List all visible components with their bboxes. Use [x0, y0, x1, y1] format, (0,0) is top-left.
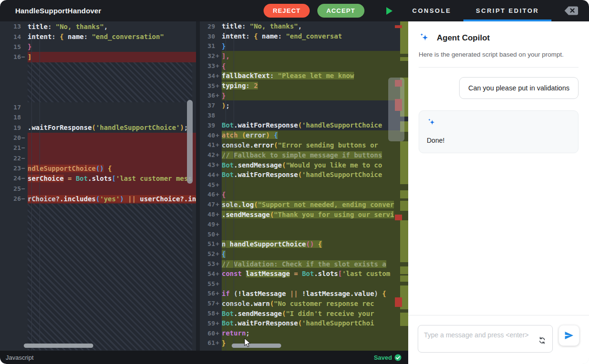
line-number: 47 [200, 201, 215, 208]
code-line: 35+ typing: 2 [200, 81, 408, 91]
ruler-green-mark [400, 275, 408, 282]
backspace-icon[interactable] [564, 6, 579, 16]
line-number: 35 [200, 82, 215, 89]
language-label: Javascript [6, 354, 34, 361]
line-number: 20 [0, 134, 21, 141]
script-title: HandleSupportHandover [15, 7, 101, 15]
line-number: 59 [200, 320, 215, 327]
code-line: 46+{ [200, 190, 408, 200]
accept-button[interactable]: ACCEPT [317, 4, 364, 18]
line-number: 30 [200, 33, 215, 40]
play-icon[interactable] [386, 7, 393, 15]
ruler-green-mark [400, 141, 408, 184]
status-bar: Javascript Saved [0, 351, 408, 364]
horizontal-scrollbar[interactable] [232, 344, 281, 348]
diff-panel-original[interactable]: 13 title: "No, thanks",14 intent: { name… [0, 21, 196, 351]
indent-guide [234, 21, 234, 351]
line-number: 15 [0, 43, 21, 50]
line-number: 24 [0, 175, 21, 182]
saved-status: Saved [374, 354, 402, 361]
vertical-scrollbar[interactable] [388, 78, 404, 141]
collapsed-region [28, 204, 192, 350]
sparkle-icon [419, 32, 431, 44]
line-number: 17 [0, 104, 21, 111]
reject-button[interactable]: REJECT [264, 4, 310, 18]
diff-overview-ruler [399, 21, 408, 351]
line-number: 36 [200, 92, 215, 99]
ruler-green-mark [400, 266, 408, 274]
line-number: 52 [200, 250, 215, 257]
copilot-subtitle: Here is the generated script based on yo… [419, 50, 579, 68]
indent-guide [226, 21, 226, 351]
check-icon [394, 354, 402, 361]
line-number: 25 [0, 185, 21, 192]
code-line: 17 [0, 102, 196, 112]
code-line: 18 [0, 112, 196, 122]
line-number: 43 [200, 161, 215, 168]
refresh-icon[interactable] [538, 336, 547, 347]
line-number: 49 [200, 221, 215, 228]
ruler-green-mark [400, 190, 408, 198]
code-line: 22− [0, 153, 196, 163]
code-line: 53+ // Validation: Check if the slot exi… [200, 259, 408, 269]
code-line: 44+ Bot.waitForResponse('handleSupportCh… [200, 170, 408, 180]
code-line: 40+atch (error) { [200, 130, 408, 140]
ruler-red-mark [395, 215, 402, 220]
diff-editor: 13 title: "No, thanks",14 intent: { name… [0, 21, 408, 351]
line-number: 45 [200, 181, 215, 188]
line-number: 61 [200, 339, 215, 346]
line-number: 26 [0, 195, 21, 202]
code-line: 52+ { [200, 249, 408, 259]
code-line: 41+ console.error("Error sending buttons… [200, 140, 408, 150]
panel-divider [196, 21, 200, 351]
line-number: 41 [200, 141, 215, 148]
line-number: 58 [200, 310, 215, 317]
code-line: 61+} [200, 338, 408, 348]
line-number: 13 [0, 23, 21, 30]
line-number: 32 [200, 52, 215, 59]
code-line: 39 Bot.waitForResponse('handleSupportCho… [200, 120, 408, 130]
line-number: 40 [200, 132, 215, 139]
line-number: 18 [0, 114, 21, 121]
code-line: 15 } [0, 42, 196, 52]
horizontal-scrollbar[interactable] [24, 344, 93, 348]
ruler-green-mark [400, 57, 408, 61]
sparkle-icon [427, 118, 437, 128]
copilot-input-area: Type a message and press <enter> [408, 315, 589, 364]
send-icon [564, 330, 574, 341]
code-line: 47+sole.log("Support not needed, ending … [200, 199, 408, 209]
ruler-green-mark [400, 220, 408, 262]
line-number: 34 [200, 72, 215, 79]
line-number: 53 [200, 260, 215, 267]
vertical-scrollbar[interactable] [187, 100, 193, 184]
code-line: 49+ [200, 219, 408, 229]
code-line: 24−serChoice = Bot.slots['last customer … [0, 173, 196, 183]
line-number: 23 [0, 165, 21, 172]
tab-console[interactable]: CONSOLE [412, 7, 452, 14]
app-window: HandleSupportHandover REJECT ACCEPT CONS… [0, 0, 589, 364]
code-line: 60+ return; [200, 328, 408, 338]
line-number: 39 [200, 122, 215, 129]
saved-label: Saved [374, 354, 392, 361]
code-line: 45+ [200, 180, 408, 190]
copilot-panel: Agent Copilot Here is the generated scri… [408, 21, 589, 364]
message-input[interactable]: Type a message and press <enter> [418, 325, 553, 353]
line-number: 46 [200, 191, 215, 198]
code-line: 16− ] [0, 52, 196, 62]
line-number: 31 [200, 42, 215, 49]
tab-script-editor[interactable]: SCRIPT EDITOR [463, 0, 551, 21]
code-line: 13 title: "No, thanks", [0, 21, 196, 31]
line-number: 29 [200, 23, 215, 30]
line-number: 51 [200, 240, 215, 247]
line-number: 54 [200, 270, 215, 277]
copilot-messages: Can you please put in validations Done! [408, 68, 589, 315]
send-button[interactable] [559, 325, 579, 346]
code-line: 50+ [200, 229, 408, 239]
code-line: 14 intent: { name: "end_conversation" [0, 31, 196, 41]
ruler-green-mark [400, 313, 408, 326]
ruler-red-mark [395, 297, 402, 307]
diff-panel-modified[interactable]: 29 title: "No, thanks",30 intent: { name… [200, 21, 408, 351]
line-number: 38 [200, 112, 215, 119]
line-number: 60 [200, 330, 215, 337]
code-line: 29 title: "No, thanks", [200, 21, 408, 31]
